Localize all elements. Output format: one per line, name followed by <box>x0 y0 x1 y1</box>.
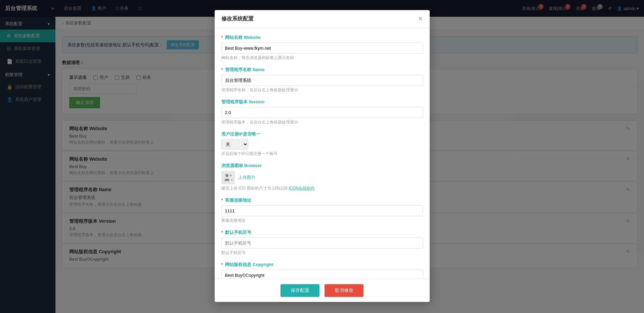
field-label-customer-service: * 客服连接地址 <box>221 197 423 203</box>
modal-title: 修改系统配置 <box>221 15 254 22</box>
required-mark: * <box>221 35 223 40</box>
required-mark-3: * <box>221 198 223 203</box>
field-hint-admin-name: 管理程序名称，在后台左上角标题处理显示 <box>221 87 423 93</box>
form-group-customer-service: * 客服连接地址 客服连接地址 <box>221 197 423 223</box>
upload-image-link[interactable]: 上传图片 <box>238 174 256 180</box>
form-group-browser-icon: 浏览器图标 Browser 上传图片 建议上传 ICO 图标的尺寸为 1 <box>221 163 423 191</box>
svg-point-1 <box>230 175 231 176</box>
modal-body: * 网站名称 Website 网站名称，将在浏览器的标签上显示名称 * 管理程序… <box>215 28 430 279</box>
field-label-default-phone: * 默认手机区号 <box>221 229 423 236</box>
upload-avatar-preview <box>221 171 235 184</box>
form-group-admin-name: * 管理程序名称 Name 管理程序名称，在后台左上角标题处理显示 <box>221 67 423 93</box>
modal-footer: 保存配置 取消修改 <box>215 279 430 302</box>
field-select-ip-unique[interactable]: 关 开 <box>221 139 248 150</box>
modal-overlay: 修改系统配置 ✕ * 网站名称 Website 网站名称，将在浏览器的标签上显示… <box>0 0 644 313</box>
form-group-website-name: * 网站名称 Website 网站名称，将在浏览器的标签上显示名称 <box>221 35 423 61</box>
field-hint-ip-unique: 开启后每个IP只能注册一个账号 <box>221 151 423 157</box>
icon-online-link[interactable]: ICON在线制作 <box>289 186 315 191</box>
field-label-website: * 网站名称 Website <box>221 35 423 41</box>
field-label-admin-name: * 管理程序名称 Name <box>221 67 423 73</box>
field-input-copyright[interactable] <box>221 270 423 279</box>
svg-point-0 <box>225 174 228 177</box>
modal-header: 修改系统配置 ✕ <box>215 10 430 28</box>
form-group-admin-version: 管理程序版本 Version 管理程序版本，在后台左上角标题处理显示 <box>221 99 423 125</box>
modal-close-btn[interactable]: ✕ <box>418 15 423 22</box>
field-hint-browser-icon: 建议上传 ICO 图标的尺寸为 128x128 ICON在线制作 <box>221 186 423 191</box>
field-label-copyright: * 网站版权信息 Copyright <box>221 262 423 268</box>
field-hint-admin-version: 管理程序版本，在后台左上角标题处理显示 <box>221 119 423 125</box>
modal-modify-config: 修改系统配置 ✕ * 网站名称 Website 网站名称，将在浏览器的标签上显示… <box>215 10 430 302</box>
save-config-btn[interactable]: 保存配置 <box>281 284 319 297</box>
required-mark-2: * <box>221 67 223 72</box>
upload-area: 上传图片 <box>221 171 423 184</box>
field-hint-website: 网站名称，将在浏览器的标签上显示名称 <box>221 55 423 61</box>
cancel-modify-btn[interactable]: 取消修改 <box>325 284 363 297</box>
field-hint-customer-service: 客服连接地址 <box>221 218 423 223</box>
field-input-admin-name[interactable] <box>221 75 423 86</box>
form-group-copyright: * 网站版权信息 Copyright 网站版权信息，在后台登录页面显示版本信息并… <box>221 262 423 279</box>
required-mark-4: * <box>221 230 223 235</box>
field-input-customer-service[interactable] <box>221 205 423 216</box>
field-label-admin-version: 管理程序版本 Version <box>221 99 423 105</box>
form-group-default-phone: * 默认手机区号 默认手机区号 <box>221 229 423 256</box>
field-input-admin-version[interactable] <box>221 107 423 118</box>
field-label-ip-unique: 用户注册IP是否唯一 <box>221 131 423 137</box>
field-input-default-phone[interactable] <box>221 238 423 249</box>
field-input-website[interactable] <box>221 43 423 54</box>
form-group-ip-unique: 用户注册IP是否唯一 关 开 开启后每个IP只能注册一个账号 <box>221 131 423 157</box>
field-label-browser-icon: 浏览器图标 Browser <box>221 163 423 169</box>
required-mark-5: * <box>221 262 223 267</box>
field-hint-default-phone: 默认手机区号 <box>221 250 423 256</box>
